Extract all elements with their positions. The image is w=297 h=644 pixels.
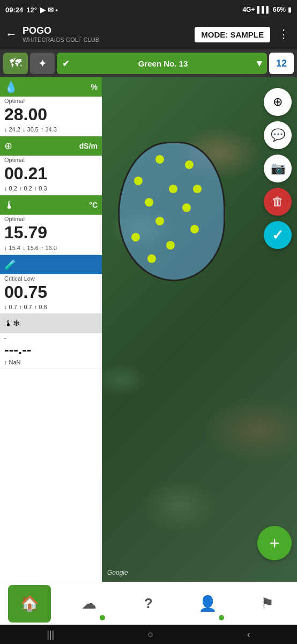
location-button[interactable]: ⊕ xyxy=(264,88,292,116)
status-time: 09:24 xyxy=(5,6,23,14)
misc-status: - xyxy=(0,333,102,342)
android-recent-button[interactable]: ||| xyxy=(47,629,54,640)
toolbar-row: 🗺 ✦ ✔ Green No. 13 ▾ 12 xyxy=(0,49,297,77)
android-home-button[interactable]: ○ xyxy=(148,629,154,640)
sample-dot-10[interactable] xyxy=(166,241,175,250)
mode-badge: MODE: SAMPLE xyxy=(195,27,270,42)
temperature-readings: ↓ 15.4 ↓ 15.6 ↑ 16.0 xyxy=(0,244,102,254)
google-watermark: Google xyxy=(107,569,128,576)
app-name: POGO xyxy=(23,26,189,36)
misc-header: 🌡❄ xyxy=(0,314,102,333)
status-icons: ▶ ✉ • xyxy=(40,6,58,14)
moisture-value: 28.00 xyxy=(0,105,102,125)
green-oval xyxy=(118,142,225,281)
nav-profile[interactable]: 👤 xyxy=(187,585,229,623)
profile-dot xyxy=(219,615,224,620)
status-right: 4G+ ▌▌▌ 66% ▮ xyxy=(242,6,292,13)
moisture-icon: 💧 xyxy=(4,80,18,93)
add-sample-button[interactable]: + xyxy=(257,526,292,560)
salinity-icon: ⊕ xyxy=(4,140,12,152)
moisture-header: 💧 % xyxy=(0,77,102,97)
status-temp: 12° xyxy=(26,6,37,14)
moisture-r1: ↓ 24.2 xyxy=(4,126,20,133)
wand-button[interactable]: ✦ xyxy=(30,53,55,74)
confirm-icon: ✓ xyxy=(272,227,284,244)
nav-sync[interactable]: ☁ xyxy=(68,585,110,623)
salinity-header: ⊕ dS/m xyxy=(0,136,102,156)
nutrient-value: 00.75 xyxy=(0,283,102,303)
green-selector[interactable]: ✔ Green No. 13 ▾ xyxy=(57,53,267,74)
misc-r1: ↑ NaN xyxy=(4,359,21,365)
back-button[interactable]: ← xyxy=(5,27,17,41)
sample-dot-6[interactable] xyxy=(182,203,191,212)
moisture-readings: ↓ 24.2 ↓ 30.5 ↑ 34.3 xyxy=(0,125,102,136)
sample-dot-11[interactable] xyxy=(147,254,156,263)
salinity-readings: ↓ 0.2 ↑ 0.2 ↑ 0.3 xyxy=(0,184,102,195)
sample-dot-9[interactable] xyxy=(131,233,140,241)
sample-dot-8[interactable] xyxy=(190,225,199,233)
temperature-value: 15.79 xyxy=(0,223,102,243)
delete-icon: 🗑 xyxy=(272,195,284,209)
moisture-block: 💧 % Optimal 28.00 ↓ 24.2 ↓ 30.5 ↑ 34.3 xyxy=(0,77,102,136)
misc-readings: ↑ NaN xyxy=(0,358,102,369)
sample-dot-3[interactable] xyxy=(169,185,177,193)
comment-button[interactable]: 💬 xyxy=(264,121,292,149)
nutrient-block: 🧪 Critical Low 00.75 ↓ 0.7 ↑ 0.7 ↑ 0.8 xyxy=(0,255,102,314)
confirm-button[interactable]: ✓ xyxy=(264,221,292,249)
nutrient-readings: ↓ 0.7 ↑ 0.7 ↑ 0.8 xyxy=(0,303,102,313)
sync-dot xyxy=(100,615,105,620)
bottom-nav: 🏠 ☁ ? 👤 ⚑ xyxy=(0,582,297,625)
nutrient-r1: ↓ 0.7 xyxy=(4,304,17,310)
nutrient-r3: ↑ 0.8 xyxy=(34,304,47,310)
green-label: Green No. 13 xyxy=(138,59,188,68)
salinity-value: 00.21 xyxy=(0,164,102,184)
camera-button[interactable]: 📷 xyxy=(264,155,292,182)
add-icon: + xyxy=(270,533,280,553)
sync-icon: ☁ xyxy=(81,595,96,612)
sample-dot-2[interactable] xyxy=(134,177,143,185)
signal-bars: ▌▌▌ xyxy=(257,6,271,13)
salinity-status: Optimal xyxy=(0,156,102,164)
left-panel: 💧 % Optimal 28.00 ↓ 24.2 ↓ 30.5 ↑ 34.3 ⊕… xyxy=(0,77,102,582)
map-view-button[interactable]: 🗺 xyxy=(3,53,28,74)
moisture-r3: ↑ 34.3 xyxy=(41,126,57,133)
nav-help[interactable]: ? xyxy=(127,585,170,623)
club-name: WHITECRAIGS GOLF CLUB xyxy=(23,36,189,43)
android-back-button[interactable]: ‹ xyxy=(247,629,250,640)
temperature-header: 🌡 °C xyxy=(0,195,102,215)
temperature-block: 🌡 °C Optimal 15.79 ↓ 15.4 ↓ 15.6 ↑ 16.0 xyxy=(0,195,102,254)
sample-dot-4[interactable] xyxy=(193,185,202,193)
sample-dot-1[interactable] xyxy=(185,160,194,169)
salinity-r1: ↓ 0.2 xyxy=(4,185,17,192)
sample-dot-0[interactable] xyxy=(155,155,164,164)
location-icon: ⊕ xyxy=(273,95,283,109)
temperature-status: Optimal xyxy=(0,215,102,223)
sample-dot-7[interactable] xyxy=(155,217,164,225)
more-menu-button[interactable]: ⋮ xyxy=(276,27,292,41)
misc-icon: 🌡❄ xyxy=(4,318,20,328)
salinity-r2: ↑ 0.2 xyxy=(19,185,32,192)
help-icon: ? xyxy=(144,595,153,612)
misc-block: 🌡❄ - ---.-- ↑ NaN xyxy=(0,314,102,370)
nutrient-header: 🧪 xyxy=(0,255,102,274)
sample-dot-5[interactable] xyxy=(145,198,153,207)
moisture-unit: % xyxy=(91,83,98,91)
nav-flag[interactable]: ⚑ xyxy=(246,585,289,623)
map-icon: 🗺 xyxy=(10,56,21,70)
status-bar: 09:24 12° ▶ ✉ • 4G+ ▌▌▌ 66% ▮ xyxy=(0,0,297,19)
app-header: ← POGO WHITECRAIGS GOLF CLUB MODE: SAMPL… xyxy=(0,19,297,49)
profile-icon: 👤 xyxy=(198,595,217,612)
delete-button[interactable]: 🗑 xyxy=(264,188,292,216)
status-left: 09:24 12° ▶ ✉ • xyxy=(5,6,58,14)
flag-icon: ⚑ xyxy=(261,595,274,612)
header-title: POGO WHITECRAIGS GOLF CLUB xyxy=(23,26,189,43)
map-btn-group: ⊕ 💬 📷 🗑 ✓ xyxy=(264,88,292,249)
temp-r2: ↓ 15.6 xyxy=(23,245,39,251)
check-icon: ✔ xyxy=(62,58,69,69)
map-area: ⊕ 💬 📷 🗑 ✓ + Google xyxy=(102,77,297,582)
wand-icon: ✦ xyxy=(38,57,47,70)
home-icon: 🏠 xyxy=(20,595,39,612)
nav-home[interactable]: 🏠 xyxy=(8,585,51,623)
temp-r3: ↑ 16.0 xyxy=(41,245,57,251)
hole-number-badge: 12 xyxy=(269,53,294,74)
